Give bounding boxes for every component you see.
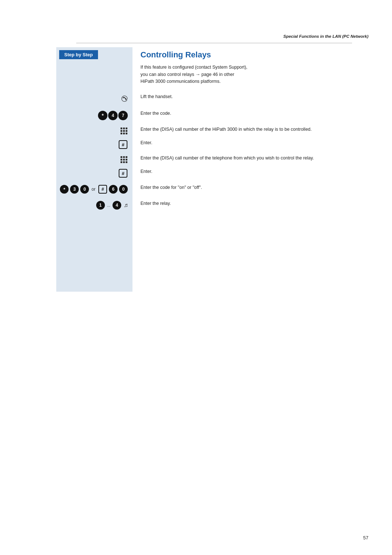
step-disa1-right: Enter the (DISA) call number of the HiPa… xyxy=(132,125,372,137)
step-onoff-left: * 3 0 or # 6 0 xyxy=(56,183,132,196)
onoff-icons: * 3 0 or # 6 0 xyxy=(60,185,128,194)
spacer7 xyxy=(56,196,372,199)
keypad1-icon xyxy=(120,127,128,134)
step-disa2: Enter the (DISA) call number of the tele… xyxy=(56,154,372,165)
step-relay: 1 ... 4 ♬ Enter the relay. xyxy=(56,199,372,212)
step-disa2-right: Enter the (DISA) call number of the tele… xyxy=(132,154,372,165)
keypad2-icon xyxy=(120,156,128,163)
header-rule xyxy=(76,43,352,43)
relay-one-icon: 1 xyxy=(96,201,105,210)
step-enter1-left: # xyxy=(56,138,132,151)
step-code-right: Enter the code. xyxy=(132,109,372,122)
blue-filler xyxy=(56,212,372,292)
relay-bell-icon: ♬ xyxy=(124,202,128,208)
step-by-step-bar: Step by Step xyxy=(59,50,98,59)
relay-icons: 1 ... 4 ♬ xyxy=(96,201,128,210)
step-enter1: # Enter. xyxy=(56,138,372,151)
keypad-grid-icon-2 xyxy=(121,156,127,163)
step-disa1-left xyxy=(56,125,132,137)
step-disa2-text: Enter the (DISA) call number of the tele… xyxy=(140,155,314,162)
hash-box-icon-2: # xyxy=(119,169,127,178)
step-lift-left: ✆ xyxy=(56,92,132,106)
spacer1 xyxy=(56,106,372,109)
step-code: * 4 7 Enter the code. xyxy=(56,109,372,122)
step-enter2-text: Enter. xyxy=(140,168,152,175)
onoff-zero2-icon: 0 xyxy=(119,185,128,194)
onoff-three-icon: 3 xyxy=(70,185,79,194)
step-relay-right: Enter the relay. xyxy=(132,199,372,212)
keypad-grid-icon-1 xyxy=(121,127,127,134)
step-relay-left: 1 ... 4 ♬ xyxy=(56,199,132,212)
section-title: Controlling Relays xyxy=(140,50,372,60)
onoff-six-icon: 6 xyxy=(109,185,118,194)
intro-text: If this feature is configured (contact S… xyxy=(140,64,315,85)
lift-phone-icon: ✆ xyxy=(120,93,130,105)
code-icons: * 4 7 xyxy=(98,111,128,120)
step-disa2-left xyxy=(56,154,132,165)
hash1-icon: # xyxy=(118,140,128,149)
phone-icon-group: ✆ xyxy=(122,94,128,104)
spacer4 xyxy=(56,151,372,154)
step-onoff-text: Enter the code for "on" or "off". xyxy=(140,184,202,191)
step-onoff: * 3 0 or # 6 0 Enter the code for "on" o… xyxy=(56,183,372,196)
spacer2 xyxy=(56,122,372,125)
onoff-zero1-icon: 0 xyxy=(80,185,89,194)
step-onoff-right: Enter the code for "on" or "off". xyxy=(132,183,372,196)
step-enter2-left: # xyxy=(56,167,132,180)
step-lift: ✆ Lift the handset. xyxy=(56,92,372,106)
four-icon: 4 xyxy=(108,111,118,120)
main-area: Step by Step Controlling Relays If this … xyxy=(56,47,372,526)
hash2-icon: # xyxy=(118,169,128,178)
step-enter2: # Enter. xyxy=(56,167,372,180)
step-relay-text: Enter the relay. xyxy=(140,200,171,207)
step-enter1-text: Enter. xyxy=(140,139,152,146)
step-code-left: * 4 7 xyxy=(56,109,132,122)
relay-four-icon: 4 xyxy=(113,201,121,210)
seven-icon: 7 xyxy=(118,111,128,120)
hash-box-icon-1: # xyxy=(119,140,127,149)
step-enter1-right: Enter. xyxy=(132,138,372,151)
relay-dots: ... xyxy=(107,203,110,207)
step-lift-text: Lift the handset. xyxy=(140,93,173,100)
or-text: or xyxy=(91,187,95,192)
step-lift-right: Lift the handset. xyxy=(132,92,372,106)
page: Special Functions in the LAN (PC Network… xyxy=(0,0,392,555)
arrow-icon: → xyxy=(195,71,200,78)
header-title: Special Functions in the LAN (PC Network… xyxy=(283,34,369,39)
onoff-hash-icon: # xyxy=(98,185,107,194)
spacer6 xyxy=(56,180,372,183)
step-disa1-text: Enter the (DISA) call number of the HiPa… xyxy=(140,126,312,133)
step-enter2-right: Enter. xyxy=(132,167,372,180)
step-code-text: Enter the code. xyxy=(140,110,171,117)
page-number: 57 xyxy=(363,535,368,540)
onoff-star-icon: * xyxy=(60,185,69,194)
star-icon: * xyxy=(98,111,107,120)
step-disa1: Enter the (DISA) call number of the HiPa… xyxy=(56,125,372,137)
